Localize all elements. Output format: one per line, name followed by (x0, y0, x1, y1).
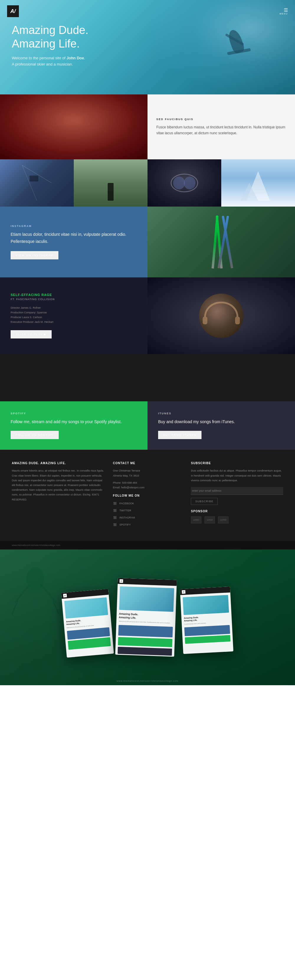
hero-section: A/ ☰ MENU Amazing Dude. Amazing Life. We… (0, 0, 295, 94)
sponsor-logos: LOGO LOGO LOGO (191, 516, 283, 523)
instagram-btn[interactable]: VIEW ON INSTAGRAM (11, 251, 59, 259)
device-2-block2 (118, 637, 173, 647)
play-btn[interactable]: CLICK TO PLAY ▶ (11, 330, 52, 339)
music-text: SELF-EFFACING RAGE FT. FASCINATING COLLI… (0, 277, 148, 354)
sponsor-logo-3: LOGO (218, 516, 228, 523)
svg-line-1 (22, 165, 37, 200)
footer-subscribe-btn[interactable]: SUBSCRIBE (191, 498, 218, 505)
footer-social-facebook[interactable]: ⬛ FACEBOOK (113, 501, 182, 506)
footer-social-spotify[interactable]: ⬛ SPOTIFY (113, 522, 182, 527)
footer-email-input[interactable] (191, 487, 283, 495)
twitter-link[interactable]: TWITTER (119, 508, 131, 513)
bio-text: SED FAUCIBUS QUIS Fusce bibendum luctus … (148, 94, 295, 159)
hamburger-icon: ☰ (279, 8, 288, 13)
device-3-hero (182, 595, 229, 615)
svg-point-5 (184, 177, 195, 189)
spotify-link[interactable]: SPOTIFY (119, 522, 131, 527)
device-2-hero (119, 586, 174, 612)
headphones-visual (199, 294, 243, 338)
device-3-block1 (184, 625, 230, 636)
device-1-logo: A/ (63, 594, 67, 598)
site-header: A/ ☰ MENU (0, 0, 295, 22)
grid-photo-skier-mountain (74, 159, 148, 207)
instagram-section: INSTAGRAM Etiam lacus dolor, tincidunt v… (0, 207, 295, 277)
itunes-block: ITUNES Buy and download my songs from iT… (148, 401, 295, 450)
device-2-block3 (118, 647, 172, 656)
footer-address-2: Almeria Way, TX 3810 (113, 473, 182, 478)
spotify-btn[interactable]: FOLLOW ON SPOTIFY (11, 431, 59, 439)
site-footer: AMAZING DUDE. AMAZING LIFE. Mauris ornar… (0, 450, 295, 541)
bio-paragraph: Fusce bibendum luctus massa, ut tincidun… (156, 124, 286, 136)
footer-bottom: www.themeforest.net/user/christianvillag… (0, 541, 295, 549)
facebook-link[interactable]: FACEBOOK (119, 501, 134, 506)
itunes-body: Buy and download my songs from iTunes. (158, 418, 284, 425)
device-2-title: Amazing Dude.Amazing Life. (119, 612, 173, 621)
skis-visual (148, 207, 295, 277)
menu-label: MENU (279, 13, 288, 15)
music-credits: Director James G. Rofner Production Comp… (11, 305, 137, 325)
svg-point-4 (173, 177, 185, 189)
spotify-label: SPOTIFY (11, 412, 137, 415)
device-2-block1 (118, 625, 173, 637)
grid-photo-goggles (148, 159, 221, 207)
music-subtitle: FT. FASCINATING COLLISION (11, 298, 137, 301)
streaming-section: SPOTIFY Follow me, stream and add my son… (0, 401, 295, 450)
itunes-label: ITUNES (158, 412, 284, 415)
hero-title: Amazing Dude. Amazing Life. (12, 24, 89, 51)
watermark-text: www.themeforest.net/user/christianvillag… (12, 544, 60, 547)
skier-figure (108, 183, 114, 200)
bio-photo (0, 94, 148, 159)
spotify-block: SPOTIFY Follow me, stream and add my son… (0, 401, 148, 450)
hero-skier-figure (206, 12, 265, 89)
svg-rect-8 (203, 317, 208, 324)
spotify-body: Follow me, stream and add my songs to yo… (11, 418, 137, 425)
sponsor-logo-2: LOGO (205, 516, 215, 523)
footer-col-subscribe: SUBSCRIBE Duis sollicitudin facilisis du… (191, 461, 283, 529)
bio-face-image (0, 94, 148, 159)
instagram-photo (148, 207, 295, 277)
facebook-icon: ⬛ (113, 501, 117, 506)
footer-sponsor-title: SPONSOR (191, 510, 283, 513)
footer-col-about: AMAZING DUDE. AMAZING LIFE. Mauris ornar… (12, 461, 104, 529)
bio-section: SED FAUCIBUS QUIS Fusce bibendum luctus … (0, 94, 295, 159)
device-3-logo: A/ (182, 590, 186, 594)
site-logo[interactable]: A/ (7, 5, 19, 17)
device-mockup-1: A/ Amazing Dude.Amazing Life. Welcome to… (61, 589, 114, 658)
dark-section (0, 354, 295, 401)
footer-social-instagram[interactable]: ⬛ INSTAGRAM (113, 515, 182, 520)
hero-content: Amazing Dude. Amazing Life. Welcome to t… (12, 24, 89, 68)
device-mockup-3: A/ Amazing Dude.Amazing Life. A professi… (180, 587, 233, 654)
twitter-icon: ⬛ (113, 508, 117, 512)
footer-address-1: One Christmas Terrace (113, 468, 182, 473)
instagram-body: Etiam lacus dolor, tincidunt vitae nisi … (11, 231, 137, 245)
instagram-link[interactable]: INSTAGRAM (119, 515, 135, 520)
mockup-section: A/ Amazing Dude.Amazing Life. Welcome to… (0, 549, 295, 685)
svg-rect-2 (30, 176, 38, 181)
grid-photo-ski-lift (0, 159, 74, 207)
menu-button[interactable]: ☰ MENU (279, 8, 288, 15)
footer-social-twitter[interactable]: ⬛ TWITTER (113, 508, 182, 513)
device-2-logo: A/ (119, 579, 123, 583)
device-3-content: Amazing Dude.Amazing Life. A professiona… (180, 593, 233, 646)
footer-col-contact: CONTACT ME One Christmas Terrace Almeria… (113, 461, 182, 529)
footer-email: Email: hello@sitespro.com (113, 485, 182, 490)
device-mockup-2: A/ Amazing Dude.Amazing Life. Welcome to… (115, 578, 177, 657)
hero-subtitle: Welcome to the personal site of John Doe… (12, 55, 89, 68)
device-2-content: Amazing Dude.Amazing Life. Welcome to th… (115, 584, 177, 657)
footer-title-about: AMAZING DUDE. AMAZING LIFE. (12, 461, 104, 465)
footer-about-text: Mauris ornare lobortis arcu, at volutpat… (12, 468, 104, 502)
spotify-icon: ⬛ (113, 523, 117, 527)
device-1-content: Amazing Dude.Amazing Life. Welcome to th… (62, 595, 113, 652)
instagram-icon: ⬛ (113, 515, 117, 520)
music-photo (148, 277, 295, 354)
footer-subscribe-text: Duis sollicitudin facilisis dui ac aliqu… (191, 468, 283, 483)
itunes-btn[interactable]: BUY FROM ITUNES (158, 431, 201, 439)
sponsor-logo-1: LOGO (191, 516, 201, 523)
bio-section-label: SED FAUCIBUS QUIS (156, 118, 286, 121)
mockup-devices: A/ Amazing Dude.Amazing Life. Welcome to… (0, 549, 295, 685)
grid-photo-mountain-snow (221, 159, 295, 207)
music-title: SELF-EFFACING RAGE (11, 293, 137, 297)
footer-follow-label: FOLLOW ME ON (113, 494, 182, 497)
footer-title-subscribe: SUBSCRIBE (191, 461, 283, 465)
device-3-block2 (185, 635, 230, 644)
